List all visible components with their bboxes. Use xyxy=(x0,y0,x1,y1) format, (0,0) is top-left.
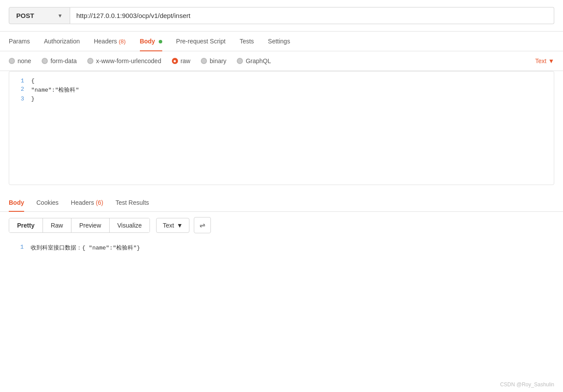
request-tabs: Params Authorization Headers (8) Body Pr… xyxy=(0,32,563,51)
body-type-row: none form-data x-www-form-urlencoded raw… xyxy=(0,51,563,71)
tab-settings-label: Settings xyxy=(268,38,290,45)
tab-pre-request[interactable]: Pre-request Script xyxy=(176,32,226,51)
code-line-1: 1 { xyxy=(9,77,554,85)
line-number-1: 1 xyxy=(9,78,31,84)
format-pretty-button[interactable]: Pretty xyxy=(9,218,43,232)
response-content: 1 收到科室接口数据：{ "name":"检验科"} xyxy=(0,239,563,257)
body-type-none[interactable]: none xyxy=(9,57,31,64)
radio-urlencoded xyxy=(87,58,93,64)
wrap-button[interactable]: ⇌ xyxy=(194,217,211,233)
format-raw-button[interactable]: Raw xyxy=(43,218,71,232)
body-type-binary[interactable]: binary xyxy=(201,57,226,64)
response-tab-test-results-label: Test Results xyxy=(116,199,149,206)
format-preview-label: Preview xyxy=(79,222,101,229)
response-tab-body[interactable]: Body xyxy=(9,194,24,211)
response-text-chevron-icon: ▼ xyxy=(177,222,183,229)
response-toolbar: Pretty Raw Preview Visualize Text ▼ ⇌ xyxy=(0,212,563,239)
tab-params-label: Params xyxy=(9,38,30,45)
format-visualize-button[interactable]: Visualize xyxy=(110,218,150,232)
tab-pre-request-label: Pre-request Script xyxy=(176,38,226,45)
body-type-binary-label: binary xyxy=(210,57,226,64)
body-type-form-data[interactable]: form-data xyxy=(42,57,77,64)
tab-headers[interactable]: Headers (8) xyxy=(94,32,126,51)
tab-authorization[interactable]: Authorization xyxy=(44,32,80,51)
body-type-form-data-label: form-data xyxy=(50,57,77,64)
url-input[interactable] xyxy=(70,7,554,24)
request-body-editor[interactable]: 1 { 2 "name":"检验科" 3 } xyxy=(9,71,554,185)
format-group: Pretty Raw Preview Visualize xyxy=(9,218,150,233)
radio-raw xyxy=(172,58,178,64)
tab-body-label: Body xyxy=(140,38,155,45)
response-text-label: Text xyxy=(163,222,174,229)
response-tab-test-results[interactable]: Test Results xyxy=(116,194,149,211)
tab-authorization-label: Authorization xyxy=(44,38,80,45)
method-value: POST xyxy=(16,12,34,19)
line-content-2: "name":"检验科" xyxy=(31,86,79,94)
line-number-2: 2 xyxy=(9,86,31,93)
text-format-dropdown[interactable]: Text ▼ xyxy=(535,57,554,64)
method-selector[interactable]: POST ▼ xyxy=(9,7,70,24)
body-type-raw[interactable]: raw xyxy=(172,57,191,64)
response-tabs: Body Cookies Headers (6) Test Results xyxy=(0,194,563,212)
code-line-2: 2 "name":"检验科" xyxy=(9,85,554,95)
body-active-dot xyxy=(159,40,162,43)
body-type-urlencoded-label: x-www-form-urlencoded xyxy=(96,57,161,64)
body-type-graphql[interactable]: GraphQL xyxy=(237,57,271,64)
response-tab-cookies-label: Cookies xyxy=(36,199,59,206)
radio-graphql xyxy=(237,58,243,64)
format-raw-label: Raw xyxy=(51,222,63,229)
text-format-chevron-icon: ▼ xyxy=(548,57,554,64)
tab-tests[interactable]: Tests xyxy=(239,32,254,51)
tab-tests-label: Tests xyxy=(239,38,254,45)
format-visualize-label: Visualize xyxy=(118,222,142,229)
tab-headers-label: Headers xyxy=(94,38,117,45)
response-line-number-1: 1 xyxy=(9,244,31,250)
method-chevron-icon: ▼ xyxy=(57,13,63,19)
tab-body[interactable]: Body xyxy=(140,32,162,51)
response-line-content-1: 收到科室接口数据：{ "name":"检验科"} xyxy=(31,244,140,252)
response-tab-body-label: Body xyxy=(9,199,24,206)
radio-none xyxy=(9,58,15,64)
text-format-label: Text xyxy=(535,57,546,64)
line-content-3: } xyxy=(31,96,35,102)
url-bar: POST ▼ xyxy=(0,0,563,32)
format-pretty-label: Pretty xyxy=(17,222,35,229)
response-tab-cookies[interactable]: Cookies xyxy=(36,194,59,211)
wrap-icon: ⇌ xyxy=(200,221,205,229)
response-tab-headers-label: Headers xyxy=(71,199,94,206)
radio-binary xyxy=(201,58,207,64)
radio-form-data xyxy=(42,58,48,64)
line-content-1: { xyxy=(31,78,35,84)
format-preview-button[interactable]: Preview xyxy=(71,218,110,232)
response-line-1: 1 收到科室接口数据：{ "name":"检验科"} xyxy=(9,242,554,253)
tab-settings[interactable]: Settings xyxy=(268,32,290,51)
response-tab-headers[interactable]: Headers (6) xyxy=(71,194,103,211)
tab-params[interactable]: Params xyxy=(9,32,30,51)
body-type-urlencoded[interactable]: x-www-form-urlencoded xyxy=(87,57,161,64)
code-line-3: 3 } xyxy=(9,95,554,103)
body-type-graphql-label: GraphQL xyxy=(246,57,271,64)
response-text-dropdown[interactable]: Text ▼ xyxy=(156,218,189,233)
body-type-raw-label: raw xyxy=(181,57,191,64)
response-tab-headers-badge: (6) xyxy=(96,199,103,206)
tab-headers-badge: (8) xyxy=(119,38,126,45)
body-type-none-label: none xyxy=(18,57,31,64)
line-number-3: 3 xyxy=(9,96,31,102)
